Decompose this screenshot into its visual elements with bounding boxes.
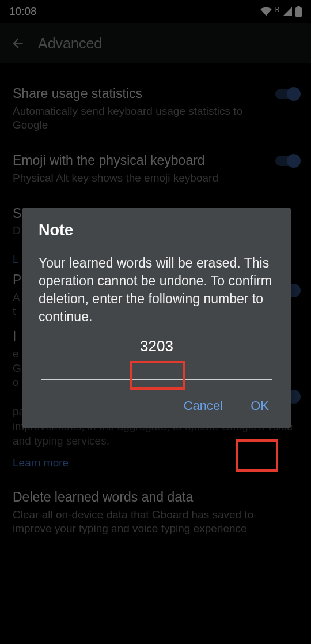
cancel-button[interactable]: Cancel bbox=[181, 396, 225, 416]
confirm-delete-dialog: Note Your learned words will be erased. … bbox=[22, 208, 291, 428]
annotation-highlight-number bbox=[130, 361, 185, 390]
confirmation-number: 3203 bbox=[134, 336, 179, 356]
dialog-body: Your learned words will be erased. This … bbox=[39, 254, 275, 326]
dialog-actions: Cancel OK bbox=[39, 396, 275, 419]
ok-button[interactable]: OK bbox=[248, 396, 271, 416]
dialog-title: Note bbox=[39, 221, 275, 239]
annotation-highlight-ok bbox=[236, 439, 278, 472]
dialog-number-wrap: 3203 bbox=[39, 336, 275, 356]
